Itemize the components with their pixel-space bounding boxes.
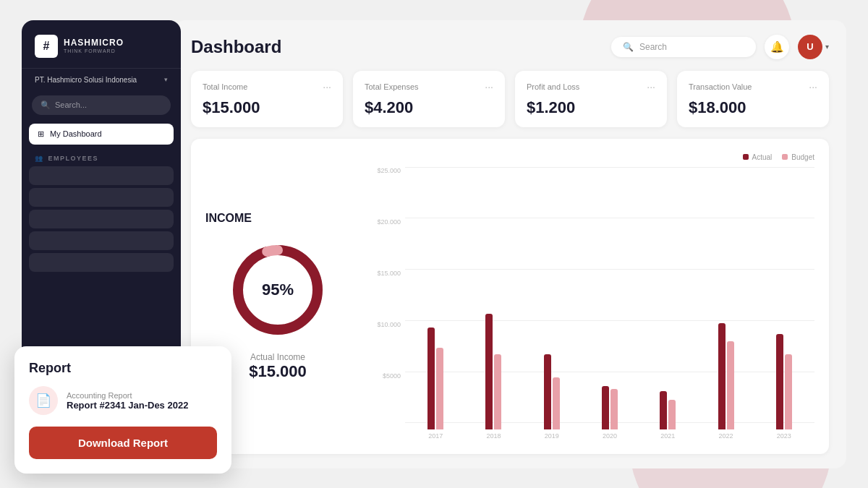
sidebar-menu-item-5[interactable]	[29, 253, 174, 272]
bar-group-2	[524, 354, 579, 429]
sidebar-item-label: My Dashboard	[50, 129, 102, 138]
income-right: Actual Budget $25.000$20.000$15.000$10.0…	[367, 153, 814, 440]
search-placeholder: Search...	[55, 100, 87, 109]
stat-value-0: $15.000	[203, 98, 331, 117]
bar-group-3	[582, 386, 637, 429]
page-title: Dashboard	[191, 37, 281, 57]
bar-actual-0	[427, 328, 435, 429]
stat-label-0: Total Income	[203, 82, 247, 91]
logo-name: HASHMICRO	[64, 38, 124, 48]
report-item-name: Report #2341 Jan-Des 2022	[67, 400, 188, 411]
sidebar-item-dashboard[interactable]: ⊞ My Dashboard	[29, 124, 174, 145]
stat-card-1: Total Expenses ··· $4.200	[353, 71, 505, 127]
y-label: $5000	[367, 372, 401, 380]
notification-button[interactable]: 🔔	[765, 35, 789, 59]
sidebar-menu-item-2[interactable]	[29, 188, 174, 207]
x-label: 2019	[524, 432, 579, 440]
x-label: 2021	[640, 432, 695, 440]
actual-legend-label: Actual	[752, 153, 773, 161]
actual-income-value: $15.000	[249, 362, 307, 381]
report-popup-title: Report	[29, 361, 217, 376]
bar-group-1	[466, 314, 521, 429]
bar-actual-2	[544, 354, 551, 429]
search-bar[interactable]: 🔍 Search	[611, 37, 756, 57]
logo-text: HASHMICRO THINK FORWARD	[64, 38, 124, 53]
bar-budget-5	[727, 341, 734, 429]
bar-budget-2	[553, 377, 560, 429]
sidebar-menu-item-4[interactable]	[29, 231, 174, 250]
stat-cards: Total Income ··· $15.000 Total Expenses …	[191, 71, 829, 127]
bar-actual-4	[660, 391, 667, 429]
income-title: INCOME	[205, 212, 252, 225]
x-label: 2018	[466, 432, 521, 440]
y-label: $10.000	[367, 321, 401, 328]
report-file-icon: 📄	[29, 386, 58, 415]
search-icon: 🔍	[623, 42, 634, 52]
stat-label-3: Transaction Value	[689, 82, 752, 91]
stat-value-3: $18.000	[689, 98, 817, 117]
download-report-button[interactable]: Download Report	[29, 427, 217, 459]
stat-card-header: Total Income ···	[203, 81, 331, 93]
header-right: 🔍 Search 🔔 U ▾	[611, 35, 829, 59]
legend-budget: Budget	[782, 153, 814, 161]
stat-card-3: Transaction Value ··· $18.000	[677, 71, 829, 127]
employees-icon: 👥	[35, 155, 44, 162]
x-labels: 2017201820192020202120222023	[405, 432, 814, 440]
avatar-button[interactable]: U ▾	[798, 35, 829, 59]
stat-menu-icon-1[interactable]: ···	[485, 81, 493, 93]
x-label: 2020	[582, 432, 637, 440]
stat-card-header: Transaction Value ···	[689, 81, 817, 93]
bar-group-4	[640, 391, 695, 429]
budget-legend-label: Budget	[791, 153, 814, 161]
bar-group-6	[757, 334, 812, 429]
dashboard-icon: ⊞	[38, 129, 44, 139]
bar-budget-6	[785, 354, 792, 429]
bar-actual-1	[485, 314, 493, 429]
bar-actual-5	[718, 323, 726, 429]
bar-budget-4	[668, 400, 676, 429]
avatar: U	[798, 35, 822, 59]
actual-legend-dot	[743, 154, 749, 160]
legend-actual: Actual	[743, 153, 773, 161]
bar-actual-6	[776, 334, 783, 429]
actual-income-label: Actual Income	[250, 352, 305, 362]
logo-tagline: THINK FORWARD	[64, 48, 124, 53]
main-header: Dashboard 🔍 Search 🔔 U ▾	[191, 35, 829, 59]
sidebar-logo: # HASHMICRO THINK FORWARD	[22, 20, 181, 69]
stat-menu-icon-3[interactable]: ···	[809, 81, 817, 93]
stat-value-2: $1.200	[527, 98, 655, 117]
report-item: 📄 Accounting Report Report #2341 Jan-Des…	[29, 386, 217, 415]
donut-center: 95%	[262, 281, 294, 299]
notification-icon: 🔔	[770, 40, 784, 53]
stat-card-2: Profit and Loss ··· $1.200	[515, 71, 667, 127]
sidebar-menu-item-1[interactable]	[29, 166, 174, 185]
avatar-chevron-icon: ▾	[825, 43, 829, 51]
x-label: 2017	[408, 432, 463, 440]
bar-group-0	[408, 328, 463, 429]
search-icon: 🔍	[41, 100, 51, 110]
sidebar-menu-item-3[interactable]	[29, 210, 174, 228]
bar-actual-3	[602, 386, 609, 429]
bar-budget-3	[610, 389, 618, 429]
bar-budget-0	[436, 348, 443, 429]
income-panel: INCOME 95% Actual Income $15.000	[191, 139, 829, 454]
report-item-label: Accounting Report	[67, 391, 188, 400]
sidebar-company[interactable]: PT. Hashmicro Solusi Indonesia ▾	[22, 69, 181, 91]
stat-value-1: $4.200	[365, 98, 493, 117]
stat-menu-icon-2[interactable]: ···	[647, 81, 655, 93]
search-text: Search	[639, 42, 667, 52]
bar-budget-1	[494, 354, 501, 429]
x-label: 2023	[757, 432, 812, 440]
stat-card-0: Total Income ··· $15.000	[191, 71, 343, 127]
budget-legend-dot	[782, 154, 788, 160]
chevron-down-icon: ▾	[164, 76, 168, 83]
stat-menu-icon-0[interactable]: ···	[323, 81, 331, 93]
report-popup: Report 📄 Accounting Report Report #2341 …	[14, 346, 231, 474]
donut-percent: 95%	[262, 281, 294, 299]
stat-card-header: Profit and Loss ···	[527, 81, 655, 93]
y-label: $25.000	[367, 167, 401, 174]
company-name: PT. Hashmicro Solusi Indonesia	[35, 76, 137, 84]
report-item-text: Accounting Report Report #2341 Jan-Des 2…	[67, 391, 188, 411]
sidebar-search[interactable]: 🔍 Search...	[32, 95, 171, 115]
section-label: EMPLOYEES	[48, 155, 99, 162]
